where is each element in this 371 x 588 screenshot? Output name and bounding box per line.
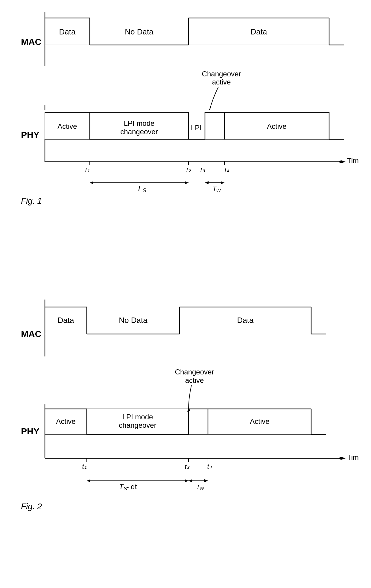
svg-marker-80	[87, 479, 90, 482]
t1-label-fig2: t₁	[82, 463, 86, 470]
mac-nodata-label-fig1: No Data	[125, 27, 153, 36]
mac-data1-label-fig1: Data	[59, 27, 76, 36]
fig1-label: Fig. 1	[21, 196, 42, 205]
ts-label-fig1: T	[137, 184, 142, 193]
svg-marker-47	[205, 181, 209, 184]
mac-data1-label-fig2: Data	[58, 316, 74, 325]
phy-active2-label-fig2: Active	[250, 417, 269, 425]
figure-2: MAC Data No Data Data Changeover active …	[12, 291, 359, 566]
ts-sub-fig1: S	[143, 188, 146, 194]
svg-marker-38	[338, 160, 346, 163]
phy-label-fig2: PHY	[21, 426, 39, 436]
phy-active1-label-fig2: Active	[56, 417, 75, 425]
t3-label-fig2: t₃	[185, 463, 189, 470]
diagram-container: MAC Data No Data Data Changeover act	[0, 0, 371, 588]
t2-label-fig1: t₂	[186, 166, 191, 174]
changeover-label-fig1: Changeover	[202, 70, 241, 78]
ts-dt-label-fig2: T	[119, 483, 124, 491]
phy-label-fig1: PHY	[21, 130, 39, 140]
svg-marker-48	[221, 181, 224, 184]
t3-label-fig1: t₃	[200, 166, 205, 174]
svg-marker-45	[185, 181, 188, 184]
phy-lpi-co-label-fig1: LPI mode	[124, 119, 155, 127]
phy-lpi-co-label2-fig2: changeover	[119, 421, 156, 429]
t4-label-fig1: t₄	[224, 166, 229, 174]
t1-label-fig1: t₁	[85, 166, 89, 174]
mac-label-fig2: MAC	[21, 329, 41, 339]
phy-active1-label-fig1: Active	[57, 122, 77, 130]
svg-marker-83	[188, 479, 192, 482]
time-label-fig2: Time	[347, 453, 359, 461]
ts-dt-minus-fig2: - dt	[127, 483, 137, 491]
svg-rect-72	[188, 409, 208, 434]
phy-lpi-label-fig1: LPI	[191, 124, 202, 132]
phy-lpi-co-label-fig2: LPI mode	[122, 413, 153, 421]
phy-active2-label-fig1: Active	[267, 122, 286, 130]
mac-nodata-label-fig2: No Data	[119, 316, 148, 325]
tw-sub-fig2: W	[199, 486, 204, 491]
tw-sub-fig1: W	[216, 188, 221, 193]
fig2-label: Fig. 2	[21, 502, 42, 511]
svg-marker-84	[204, 479, 208, 482]
changeover-label2-fig2: active	[185, 376, 204, 384]
svg-marker-44	[90, 181, 93, 184]
t4-label-fig2: t₄	[207, 463, 212, 470]
svg-marker-75	[338, 457, 346, 460]
changeover-label2-fig1: active	[212, 78, 231, 86]
changeover-label-fig2: Changeover	[175, 368, 214, 376]
figure-1: MAC Data No Data Data Changeover act	[12, 6, 359, 255]
time-label-fig1: Time	[347, 157, 359, 165]
phy-lpi-co-label2-fig1: changeover	[120, 128, 158, 136]
svg-marker-81	[185, 479, 188, 482]
mac-data2-label-fig1: Data	[251, 27, 267, 36]
mac-data2-label-fig2: Data	[237, 316, 254, 325]
mac-label-fig1: MAC	[21, 37, 41, 47]
